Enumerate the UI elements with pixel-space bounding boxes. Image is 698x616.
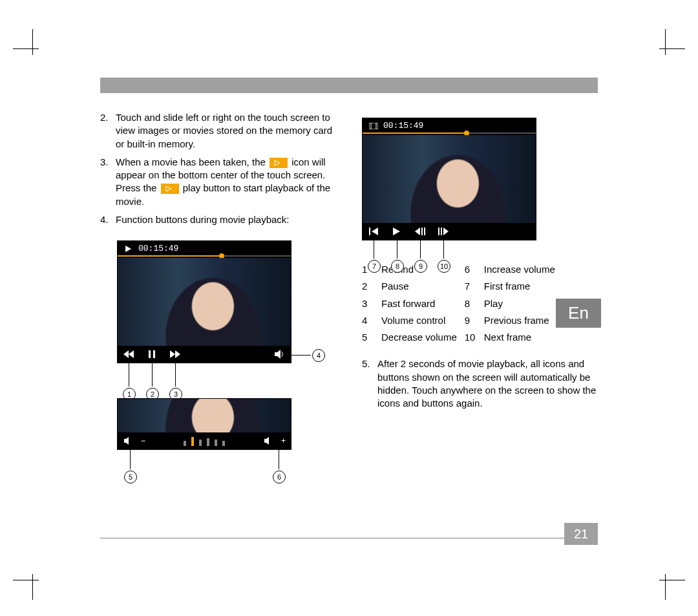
page-number: 21 xyxy=(564,523,598,545)
callout-9: 9 xyxy=(414,260,427,273)
fast-forward-icon xyxy=(169,349,181,359)
step-5-text: After 2 seconds of movie playback, all i… xyxy=(377,357,598,410)
svg-marker-7 xyxy=(170,350,175,358)
callout-10: 10 xyxy=(438,260,450,273)
volume-plus: + xyxy=(281,436,286,446)
next-frame-icon xyxy=(438,226,449,237)
figure-volume: − xyxy=(117,398,291,450)
svg-rect-9 xyxy=(275,352,277,356)
time-code: 00:15:49 xyxy=(138,243,178,255)
first-frame-icon xyxy=(368,226,379,237)
svg-marker-21 xyxy=(415,228,420,235)
figure-frame-step: 00:15:49 xyxy=(362,118,536,240)
callout-7: 7 xyxy=(368,260,381,273)
page-footer: 21 xyxy=(100,538,598,538)
svg-marker-14 xyxy=(266,437,269,445)
svg-rect-15 xyxy=(369,123,378,129)
step-3-number: 3. xyxy=(100,156,116,208)
legend-table: 1Rewind6Increase volume 2Pause7First fra… xyxy=(362,261,563,346)
svg-marker-10 xyxy=(277,350,280,359)
pause-icon xyxy=(146,349,158,359)
callout-4: 4 xyxy=(312,349,325,362)
step-3-text: When a movie has been taken, the icon wi… xyxy=(116,156,336,208)
page-content: 2. Touch and slide left or right on the … xyxy=(100,78,598,466)
svg-marker-1 xyxy=(166,186,171,191)
figure-playback: 00:15:49 xyxy=(117,240,291,363)
svg-marker-3 xyxy=(123,350,129,358)
step-2-text: Touch and slide left or right on the tou… xyxy=(116,111,336,151)
step-4-number: 4. xyxy=(100,213,116,226)
prev-frame-icon xyxy=(414,226,426,237)
header-bar xyxy=(100,78,598,93)
svg-rect-11 xyxy=(124,439,126,443)
volume-down-icon xyxy=(123,436,134,446)
svg-rect-24 xyxy=(438,228,439,235)
callout-6: 6 xyxy=(273,471,286,483)
svg-marker-0 xyxy=(275,160,280,165)
svg-rect-25 xyxy=(441,228,442,235)
svg-marker-2 xyxy=(125,246,131,252)
svg-marker-4 xyxy=(129,350,134,358)
svg-rect-5 xyxy=(149,350,151,358)
volume-icon xyxy=(274,349,286,359)
rewind-icon xyxy=(123,349,134,359)
svg-rect-22 xyxy=(421,228,423,235)
step-5-number: 5. xyxy=(362,357,377,410)
svg-marker-26 xyxy=(443,228,449,235)
svg-marker-19 xyxy=(372,228,378,235)
language-tab: En xyxy=(556,299,601,328)
svg-marker-20 xyxy=(393,228,400,235)
play-icon xyxy=(391,226,403,237)
svg-marker-12 xyxy=(126,437,129,445)
callout-5: 5 xyxy=(124,471,137,483)
svg-marker-8 xyxy=(175,350,180,358)
movie-icon xyxy=(368,121,379,131)
step-4-text: Function buttons during movie playback: xyxy=(116,213,336,226)
svg-rect-18 xyxy=(369,228,370,235)
callout-8: 8 xyxy=(391,260,404,273)
time-code: 00:15:49 xyxy=(383,120,423,132)
play-indicator-icon xyxy=(123,244,134,254)
svg-rect-6 xyxy=(153,350,155,358)
volume-bars xyxy=(184,436,225,446)
step-2-number: 2. xyxy=(100,111,116,151)
volume-up-icon xyxy=(263,436,275,446)
volume-minus: − xyxy=(141,436,145,446)
play-icon xyxy=(270,158,288,168)
svg-rect-13 xyxy=(264,439,266,443)
svg-rect-23 xyxy=(424,228,425,235)
play-icon xyxy=(161,184,179,194)
